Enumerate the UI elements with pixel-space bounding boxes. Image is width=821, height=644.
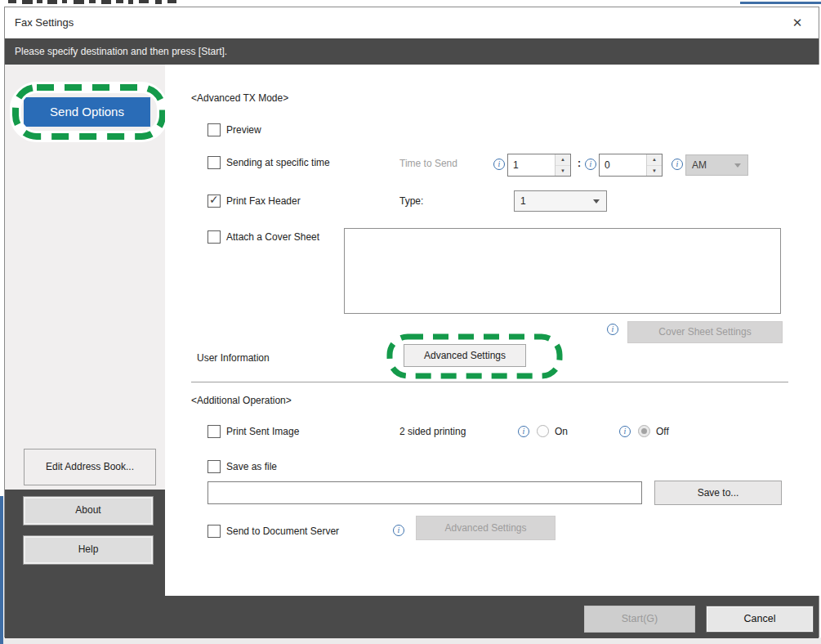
info-icon[interactable]: i [607, 324, 618, 335]
cancel-button[interactable]: Cancel [706, 606, 814, 633]
close-icon[interactable]: ✕ [781, 9, 814, 37]
info-icon[interactable]: i [672, 159, 683, 170]
advanced-tx-mode-header: <Advanced TX Mode> [191, 92, 288, 104]
print-sent-image-label: Print Sent Image [226, 426, 299, 437]
user-information-label: User Information [197, 352, 270, 364]
chevron-down-icon [593, 199, 600, 203]
type-label: Type: [399, 195, 423, 207]
cover-sheet-list[interactable] [344, 228, 781, 314]
sidebar-item-send-options[interactable]: Send Options [24, 97, 150, 127]
fax-settings-dialog: Fax Settings ✕ Please specify destinatio… [4, 7, 819, 637]
time-to-send-label: Time to Send [399, 158, 457, 169]
status-message-bar: Please specify destination and then pres… [5, 38, 819, 65]
minute-value: 0 [605, 154, 610, 176]
two-sided-off-label: Off [656, 426, 669, 437]
type-value: 1 [520, 191, 526, 211]
hour-value: 1 [513, 154, 519, 176]
print-sent-image-checkbox[interactable]: ✓ [207, 425, 221, 438]
info-icon[interactable]: i [585, 159, 596, 170]
footer-bar: Start(G) Cancel [5, 596, 819, 638]
preview-checkbox[interactable]: ✓ [207, 123, 221, 136]
cover-sheet-settings-button[interactable]: Cover Sheet Settings [627, 321, 783, 343]
server-advanced-settings-button[interactable]: Advanced Settings [416, 516, 556, 540]
screen: Fax Settings ✕ Please specify destinatio… [0, 0, 821, 644]
info-icon[interactable]: i [393, 525, 404, 536]
print-fax-header-label: Print Fax Header [226, 195, 301, 207]
about-button[interactable]: About [24, 497, 153, 525]
time-separator: : [578, 158, 581, 169]
save-as-file-checkbox[interactable]: ✓ [207, 460, 221, 473]
save-file-path-input[interactable] [207, 481, 642, 504]
check-icon: ✓ [209, 193, 219, 206]
attach-cover-sheet-label: Attach a Cover Sheet [226, 231, 319, 243]
window-title: Fax Settings [15, 7, 74, 38]
additional-operation-header: <Additional Operation> [191, 395, 292, 406]
preview-label: Preview [226, 124, 261, 136]
hour-up-button[interactable]: ▲ [556, 154, 570, 166]
ampm-select[interactable]: AM [685, 154, 748, 176]
radio-dot [641, 428, 647, 434]
edit-address-book-button[interactable]: Edit Address Book... [24, 449, 156, 485]
info-icon[interactable]: i [619, 426, 631, 437]
help-button[interactable]: Help [24, 536, 153, 564]
sidebar [5, 65, 165, 490]
hour-down-button[interactable]: ▼ [556, 166, 570, 177]
chevron-down-icon [734, 163, 741, 168]
attach-cover-sheet-checkbox[interactable]: ✓ [207, 230, 221, 244]
section-divider [191, 382, 788, 382]
background-window-edge [3, 637, 821, 644]
two-sided-off-radio[interactable] [638, 425, 650, 437]
settings-panel: <Advanced TX Mode> ✓ Preview ✓ Sending a… [165, 65, 820, 596]
title-bar: Fax Settings ✕ [5, 7, 819, 38]
two-sided-on-label: On [555, 426, 568, 437]
two-sided-on-radio[interactable] [537, 425, 549, 437]
hour-stepper[interactable]: 1 ▲▼ [507, 154, 571, 177]
save-to-button[interactable]: Save to... [654, 481, 782, 505]
minute-stepper[interactable]: 0 ▲▼ [599, 154, 663, 177]
header-type-select[interactable]: 1 [514, 190, 607, 212]
info-icon[interactable]: i [493, 159, 505, 170]
status-message: Please specify destination and then pres… [15, 38, 227, 65]
save-as-file-label: Save as file [226, 461, 277, 472]
print-fax-header-checkbox[interactable]: ✓ [207, 195, 221, 208]
minute-up-button[interactable]: ▲ [647, 154, 662, 166]
sending-at-specific-time-checkbox[interactable]: ✓ [207, 156, 221, 169]
info-icon[interactable]: i [518, 426, 529, 437]
minute-down-button[interactable]: ▼ [647, 166, 662, 177]
start-button[interactable]: Start(G) [584, 606, 695, 633]
send-to-document-server-label: Send to Document Server [226, 525, 339, 537]
background-window-edge [0, 496, 3, 644]
send-to-document-server-checkbox[interactable]: ✓ [207, 525, 221, 538]
advanced-settings-button[interactable]: Advanced Settings [404, 344, 526, 367]
sending-at-specific-time-label: Sending at specific time [226, 157, 330, 168]
ampm-value: AM [692, 155, 707, 175]
background-window-edge [740, 2, 821, 4]
two-sided-printing-label: 2 sided printing [399, 426, 466, 437]
